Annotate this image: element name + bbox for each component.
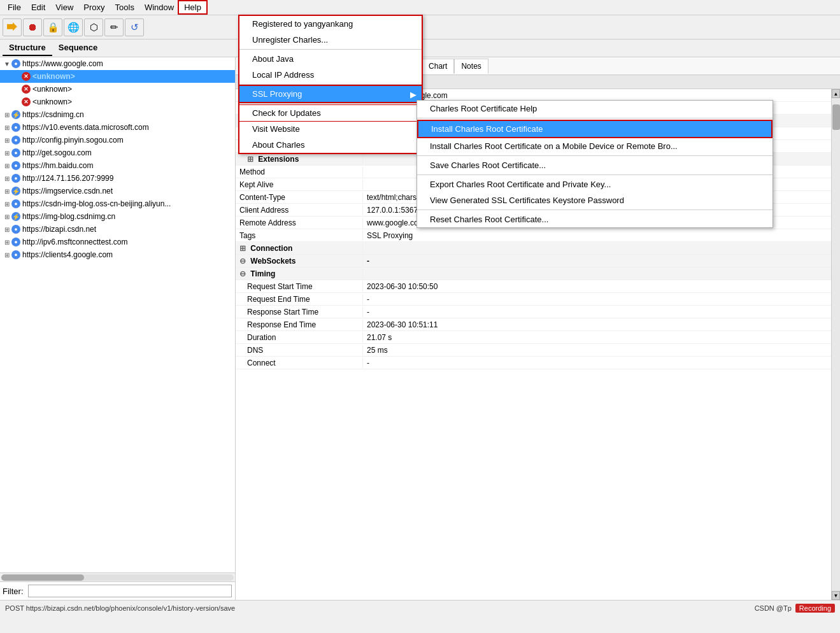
row-value [363,248,831,249]
menu-view[interactable]: View [50,1,78,13]
h-scrollbar[interactable] [0,573,235,581]
v-scrollbar[interactable]: ▲ ▼ [831,89,840,600]
row-value [363,171,831,173]
menu-edit[interactable]: Edit [26,1,50,13]
tree-item[interactable]: ⊞ ● http://get.sogou.com [0,146,235,159]
menu-tools[interactable]: Tools [110,1,139,13]
tab-notes[interactable]: Notes [454,59,488,74]
tab-request[interactable]: Request [284,59,327,74]
row-value: - [363,358,831,368]
status-bar: POST https://bizapi.csdn.net/blog/phoeni… [0,600,840,615]
toolbar-btn-hex[interactable]: ⬡ [84,18,103,36]
right-table-content[interactable]: https://www.google.com Failed ⊞ ALPN Cli… [236,89,831,600]
tree-item[interactable]: ✕ <unknown> [0,83,235,96]
row-name: Request End Time [236,294,363,304]
tree-item-label: http://config.pinyin.sogou.com [22,136,124,145]
tree-item[interactable]: ⊞ ● https://v10.events.data.microsoft.co… [0,121,235,134]
filter-label: Filter: [3,587,24,596]
row-name: Response Start Time [236,307,363,317]
tree-item-icon: ✕ [22,97,31,106]
v-scroll-thumb[interactable] [832,104,840,130]
tree-item[interactable]: ⊞ ● http://ipv6.msftconnecttest.com [0,236,235,248]
row-name: Request Start Time [236,281,363,292]
tree-item[interactable]: ▼ ● https://www.google.com [0,57,235,70]
v-scroll-up[interactable]: ▲ [832,89,840,98]
menu-proxy[interactable]: Proxy [78,1,110,13]
expand-icon: ⊞ [3,187,11,196]
table-row: Request End Time - [236,293,831,306]
menu-window[interactable]: Window [139,1,179,13]
row-name: Kept Alive [236,180,363,190]
tree-item-label: https://bizapi.csdn.net [22,225,96,234]
toolbar-btn-refresh[interactable]: ↺ [125,18,144,36]
toolbar-btn-globe[interactable]: 🌐 [64,18,83,36]
table-row: Remote Address www.google.com/159.138.20… [236,217,831,229]
table-header: Name Value [236,75,840,89]
v-scroll-track[interactable] [832,98,840,591]
tab-structure[interactable]: Structure [3,40,52,56]
tree-item-label: https://csdnimg.cn [22,110,84,119]
expand-icon: ⊞ [3,174,11,183]
tree-item-label: http://ipv6.msftconnecttest.com [22,238,127,246]
row-value [363,273,831,274]
tab-summary[interactable]: Summary [375,59,422,74]
toolbar-btn-record[interactable]: ⏺ [23,18,42,36]
tree-item[interactable]: ⊞ ● https://csdn-img-blog.oss-cn-beijing… [0,197,235,210]
table-row: ⊖ WebSockets - [236,255,831,267]
tab-response[interactable]: Response [327,59,375,74]
tree-item[interactable]: ✕ <unknown> [0,70,235,83]
row-name: Response End Time [236,320,363,330]
tree-item[interactable]: ⊞ ● https://bizapi.csdn.net [0,223,235,236]
tree-item-icon: ● [11,174,20,183]
row-value: 25 ms [363,345,831,355]
filter-input[interactable] [28,585,232,597]
tree-item-icon: ● [11,123,20,132]
tree-scroll-area[interactable]: ▼ ● https://www.google.com ✕ <unknown> ✕… [0,57,235,573]
tab-overview[interactable]: Overview [238,59,284,74]
tree-item[interactable]: ⊞ ⚡ https://csdnimg.cn [0,108,235,121]
row-value [363,159,831,160]
tab-chart[interactable]: Chart [422,59,454,74]
toolbar-btn-arrow[interactable]: 🡆 [3,18,22,36]
menu-file[interactable]: File [3,1,26,13]
top-tab-row: Structure Sequence [0,39,840,57]
table-row: https://www.google.com [236,89,831,102]
tree-item-icon: ● [11,148,20,157]
row-value [363,133,831,134]
status-text: POST https://bizapi.csdn.net/blog/phoeni… [5,604,235,612]
tree-item-label: https://imgservice.csdn.net [22,187,113,196]
row-name: ⊞ Connection [236,243,363,253]
right-content-wrap: https://www.google.com Failed ⊞ ALPN Cli… [236,89,840,600]
toolbar-btn-lock[interactable]: 🔒 [43,18,62,36]
toolbar-btn-pen[interactable]: ✏ [104,18,124,36]
tree-item[interactable]: ⊞ ● http://124.71.156.207:9999 [0,172,235,185]
tree-item[interactable]: ⊞ ⚡ https://imgservice.csdn.net [0,185,235,197]
table-row: DNS 25 ms [236,344,831,357]
tree-item-icon: ✕ [22,85,31,94]
table-row: Duration 21.07 s [236,331,831,344]
tree-item[interactable]: ⊞ ● https://hm.baidu.com [0,159,235,172]
table-row: Connect - [236,357,831,369]
tree-item[interactable]: ⊞ ● http://config.pinyin.sogou.com [0,134,235,146]
tree-item[interactable]: ✕ <unknown> [0,96,235,108]
v-scroll-down[interactable]: ▼ [832,591,840,600]
row-name: Connect [236,358,363,368]
h-scroll-track[interactable] [1,574,234,581]
tree-item-label: <unknown> [32,97,72,106]
row-value: text/html;charset=ISO-8859-1 [363,192,831,203]
expand-icon: ⊞ [3,123,11,132]
expand-icon: ⊞ [3,212,11,221]
tree-item[interactable]: ⊞ ⚡ https://img-blog.csdnimg.cn [0,210,235,223]
h-scroll-thumb[interactable] [1,574,84,581]
row-name: ⊞ ALPN [236,116,363,126]
table-row: ⊖ Timing [236,267,831,280]
menu-help[interactable]: Help [179,1,206,13]
tree-item[interactable]: ⊞ ● https://clients4.google.com [0,248,235,261]
table-row: Server Certificates [236,140,831,153]
tab-sequence[interactable]: Sequence [52,40,104,56]
expand-icon: ▼ [3,59,11,68]
right-panel: Overview Request Response Summary Chart … [236,57,840,600]
tree-item-icon: ⚡ [11,212,20,221]
row-name [236,95,363,96]
row-name: Remote Address [236,218,363,228]
